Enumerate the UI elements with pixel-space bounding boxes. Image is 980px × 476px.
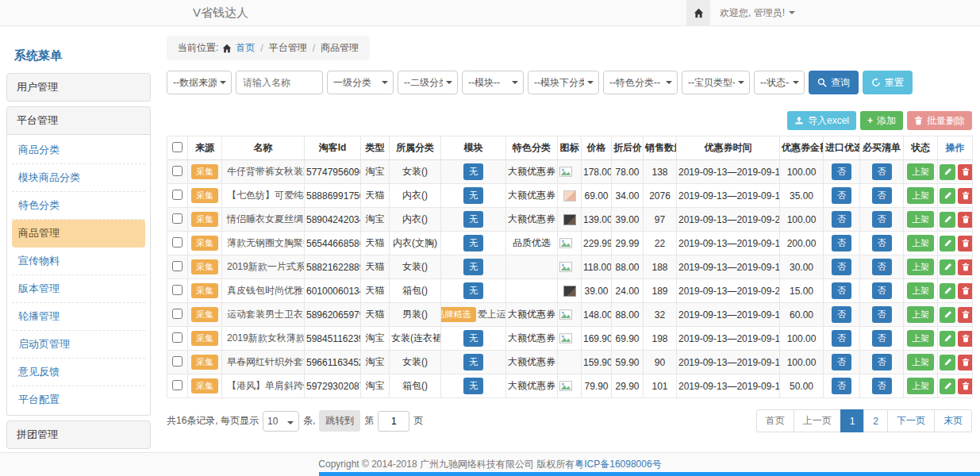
module-none-button[interactable]: 无 bbox=[463, 211, 483, 228]
module-none-button[interactable]: 无 bbox=[463, 282, 483, 299]
breadcrumb-home-link[interactable]: 首页 bbox=[236, 41, 255, 55]
imported-toggle-button[interactable]: 否 bbox=[832, 187, 851, 204]
user-menu[interactable]: 欢迎您, 管理员! bbox=[710, 6, 980, 20]
row-checkbox[interactable] bbox=[172, 309, 183, 319]
jump-page-input[interactable] bbox=[378, 411, 409, 432]
jump-button[interactable]: 跳转到 bbox=[319, 410, 360, 432]
page-button[interactable]: 2 bbox=[863, 409, 888, 432]
module-none-button[interactable]: 无 bbox=[463, 378, 483, 394]
status-button[interactable]: 上架 bbox=[907, 259, 934, 275]
row-checkbox[interactable] bbox=[172, 356, 183, 367]
imported-toggle-button[interactable]: 否 bbox=[832, 378, 851, 394]
row-checkbox[interactable] bbox=[172, 332, 183, 343]
imported-toggle-button[interactable]: 否 bbox=[832, 259, 851, 275]
page-button[interactable]: 下一页 bbox=[887, 409, 935, 432]
level2-category-select[interactable]: --二级分类-- bbox=[398, 71, 458, 94]
module-sub-category-select[interactable]: --模块下分类-- bbox=[528, 71, 599, 94]
edit-button[interactable] bbox=[940, 212, 955, 228]
sidebar-item[interactable]: 商品分类 bbox=[12, 136, 145, 164]
imported-toggle-button[interactable]: 否 bbox=[832, 354, 851, 370]
page-button[interactable]: 末页 bbox=[934, 409, 972, 432]
imported-toggle-button[interactable]: 否 bbox=[832, 211, 851, 228]
edit-button[interactable] bbox=[940, 164, 955, 180]
page-button[interactable]: 1 bbox=[840, 409, 865, 432]
row-checkbox[interactable] bbox=[172, 237, 183, 248]
module-none-button[interactable]: 无 bbox=[463, 235, 483, 251]
reset-button[interactable]: 重置 bbox=[863, 71, 913, 94]
status-button[interactable]: 上架 bbox=[907, 163, 934, 180]
row-checkbox[interactable] bbox=[172, 285, 183, 295]
sidebar-item[interactable]: 启动页管理 bbox=[12, 331, 145, 359]
feature-category-select[interactable]: --特色分类-- bbox=[603, 71, 678, 94]
imported-toggle-button[interactable]: 否 bbox=[832, 235, 851, 251]
must-buy-toggle-button[interactable]: 否 bbox=[872, 330, 892, 347]
status-button[interactable]: 上架 bbox=[907, 211, 934, 228]
home-button[interactable] bbox=[686, 0, 710, 26]
sidebar-section-header[interactable]: 拼团管理 bbox=[6, 420, 151, 449]
page-button[interactable]: 上一页 bbox=[794, 409, 841, 432]
data-source-select[interactable]: --数据来源-- bbox=[167, 71, 232, 94]
imported-toggle-button[interactable]: 否 bbox=[832, 306, 851, 323]
delete-button[interactable] bbox=[958, 236, 973, 251]
must-buy-toggle-button[interactable]: 否 bbox=[872, 163, 892, 180]
imported-toggle-button[interactable]: 否 bbox=[832, 330, 851, 347]
edit-button[interactable] bbox=[940, 236, 955, 251]
status-button[interactable]: 上架 bbox=[907, 187, 934, 204]
module-none-button[interactable]: 无 bbox=[463, 354, 483, 370]
edit-button[interactable] bbox=[940, 307, 955, 323]
sidebar-item[interactable]: 版本管理 bbox=[12, 275, 145, 303]
page-button[interactable]: 首页 bbox=[756, 409, 794, 432]
must-buy-toggle-button[interactable]: 否 bbox=[872, 306, 892, 323]
delete-button[interactable] bbox=[958, 378, 973, 394]
batch-delete-button[interactable]: 批量删除 bbox=[907, 111, 972, 130]
row-checkbox[interactable] bbox=[172, 380, 183, 390]
delete-button[interactable] bbox=[958, 355, 973, 370]
row-checkbox[interactable] bbox=[172, 166, 183, 176]
must-buy-toggle-button[interactable]: 否 bbox=[872, 211, 892, 228]
edit-button[interactable] bbox=[940, 355, 955, 370]
delete-button[interactable] bbox=[958, 331, 973, 347]
page-size-select[interactable]: 10 bbox=[263, 411, 299, 432]
sidebar-item[interactable]: 平台配置 bbox=[12, 386, 145, 413]
edit-button[interactable] bbox=[940, 188, 955, 204]
status-button[interactable]: 上架 bbox=[907, 330, 934, 347]
status-button[interactable]: 上架 bbox=[907, 378, 934, 394]
sidebar-item[interactable]: 意见反馈 bbox=[12, 359, 145, 386]
item-type-select[interactable]: --宝贝类型-- bbox=[682, 71, 750, 94]
sidebar-item[interactable]: 商品管理 bbox=[12, 220, 145, 248]
module-select[interactable]: --模块-- bbox=[462, 71, 524, 94]
sidebar-section-header[interactable]: 平台管理 bbox=[6, 106, 151, 135]
sidebar-item[interactable]: 特色分类 bbox=[12, 192, 145, 220]
edit-button[interactable] bbox=[940, 259, 955, 275]
delete-button[interactable] bbox=[958, 188, 973, 204]
status-button[interactable]: 上架 bbox=[907, 235, 934, 251]
must-buy-toggle-button[interactable]: 否 bbox=[872, 378, 892, 394]
status-button[interactable]: 上架 bbox=[907, 306, 934, 323]
module-none-button[interactable]: 无 bbox=[463, 259, 483, 275]
module-none-button[interactable]: 无 bbox=[463, 163, 483, 180]
edit-button[interactable] bbox=[940, 378, 955, 394]
must-buy-toggle-button[interactable]: 否 bbox=[872, 235, 892, 251]
row-checkbox[interactable] bbox=[172, 213, 183, 224]
imported-toggle-button[interactable]: 否 bbox=[832, 163, 851, 180]
delete-button[interactable] bbox=[958, 283, 973, 299]
name-input[interactable] bbox=[236, 71, 323, 94]
icp-link[interactable]: 粤ICP备16098006号 bbox=[575, 458, 661, 471]
edit-button[interactable] bbox=[940, 331, 955, 347]
delete-button[interactable] bbox=[958, 259, 973, 275]
status-button[interactable]: 上架 bbox=[907, 282, 934, 299]
must-buy-toggle-button[interactable]: 否 bbox=[872, 259, 892, 275]
add-button[interactable]: + 添加 bbox=[860, 111, 903, 130]
imported-toggle-button[interactable]: 否 bbox=[832, 282, 851, 299]
sidebar-item[interactable]: 轮播管理 bbox=[12, 303, 145, 331]
search-button[interactable]: 查询 bbox=[809, 71, 859, 94]
delete-button[interactable] bbox=[958, 307, 973, 323]
must-buy-toggle-button[interactable]: 否 bbox=[872, 187, 892, 204]
edit-button[interactable] bbox=[940, 283, 955, 299]
select-all-checkbox[interactable] bbox=[172, 142, 183, 152]
status-button[interactable]: 上架 bbox=[907, 354, 934, 370]
sidebar-item[interactable]: 模块商品分类 bbox=[12, 164, 145, 192]
import-excel-button[interactable]: 导入excel bbox=[787, 111, 856, 130]
must-buy-toggle-button[interactable]: 否 bbox=[872, 354, 892, 370]
module-none-button[interactable]: 无 bbox=[463, 187, 483, 204]
